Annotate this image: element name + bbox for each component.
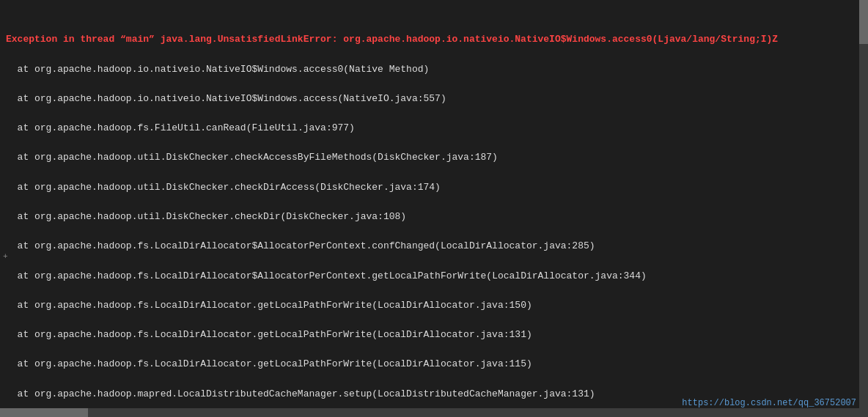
file-link[interactable]: (Native Method) <box>343 64 429 75</box>
scrollbar-thumb-h[interactable] <box>0 408 88 417</box>
at-keyword: at <box>6 93 34 104</box>
stack-line: at org.apache.hadoop.fs.LocalDirAllocato… <box>6 269 862 284</box>
at-keyword: at <box>6 388 34 399</box>
file-link[interactable]: (LocalDirAllocator.java:131) <box>372 329 532 340</box>
at-keyword: at <box>6 64 34 75</box>
stack-line: at org.apache.hadoop.util.DiskChecker.ch… <box>6 180 862 195</box>
stack-line: at org.apache.hadoop.fs.LocalDirAllocato… <box>6 357 862 372</box>
class-path: org.apache.hadoop.io.nativeio.NativeIO$W… <box>34 93 337 104</box>
stack-line: at org.apache.hadoop.fs.FileUtil.canRead… <box>6 121 862 136</box>
file-link[interactable]: (DiskChecker.java:187) <box>372 152 498 163</box>
class-path: org.apache.hadoop.fs.LocalDirAllocator$A… <box>34 240 435 251</box>
file-link[interactable]: (DiskChecker.java:108) <box>280 211 406 222</box>
class-path: org.apache.hadoop.util.DiskChecker.check… <box>34 182 315 193</box>
console-output: Exception in thread “main” java.lang.Uns… <box>0 0 868 417</box>
file-link[interactable]: (LocalDistributedCacheManager.java:131) <box>372 388 595 399</box>
expand-icon[interactable]: + <box>3 252 8 261</box>
file-link[interactable]: (FileUtil.java:977) <box>246 122 355 133</box>
stack-line: at org.apache.hadoop.util.DiskChecker.ch… <box>6 210 862 224</box>
at-keyword: at <box>6 329 34 340</box>
at-keyword: at <box>6 270 34 281</box>
file-link[interactable]: (LocalDirAllocator.java:115) <box>372 358 532 369</box>
class-path: org.apache.hadoop.util.DiskChecker.check… <box>34 211 280 222</box>
bottom-link: https://blog.csdn.net/qq_36752007 <box>682 398 856 408</box>
at-keyword: at <box>6 122 34 133</box>
stack-line: at org.apache.hadoop.fs.LocalDirAllocato… <box>6 298 862 313</box>
at-keyword: at <box>6 300 34 311</box>
class-path: org.apache.hadoop.fs.FileUtil.canRead <box>34 122 246 133</box>
file-link[interactable]: (LocalDirAllocator.java:344) <box>486 270 646 281</box>
class-path: org.apache.hadoop.fs.LocalDirAllocator$A… <box>34 270 486 281</box>
file-link[interactable]: (NativeIO.java:557) <box>337 93 446 104</box>
at-keyword: at <box>6 240 34 251</box>
file-link[interactable]: (LocalDirAllocator.java:285) <box>435 240 595 251</box>
stack-line: at org.apache.hadoop.fs.LocalDirAllocato… <box>6 328 862 342</box>
stack-line: at org.apache.hadoop.util.DiskChecker.ch… <box>6 150 862 165</box>
class-path: org.apache.hadoop.fs.LocalDirAllocator.g… <box>34 300 372 311</box>
stack-line: at org.apache.hadoop.io.nativeio.NativeI… <box>6 92 862 106</box>
horizontal-scrollbar[interactable] <box>0 408 859 417</box>
class-path: org.apache.hadoop.mapred.LocalDistribute… <box>34 388 372 399</box>
scrollbar-thumb-v[interactable] <box>859 0 868 44</box>
vertical-scrollbar[interactable] <box>859 0 868 417</box>
file-link[interactable]: (DiskChecker.java:174) <box>315 182 441 193</box>
at-keyword: at <box>6 358 34 369</box>
class-path: org.apache.hadoop.fs.LocalDirAllocator.g… <box>34 358 372 369</box>
at-keyword: at <box>6 182 34 193</box>
stack-line: at org.apache.hadoop.fs.LocalDirAllocato… <box>6 239 862 254</box>
stack-line: at org.apache.hadoop.io.nativeio.NativeI… <box>6 62 862 77</box>
file-link[interactable]: (LocalDirAllocator.java:150) <box>372 300 532 311</box>
class-path: org.apache.hadoop.util.DiskChecker.check… <box>34 152 372 163</box>
at-keyword: at <box>6 211 34 222</box>
console-container: Exception in thread “main” java.lang.Uns… <box>0 0 868 417</box>
at-keyword: at <box>6 152 34 163</box>
class-path: org.apache.hadoop.io.nativeio.NativeIO$W… <box>34 64 343 75</box>
class-path: org.apache.hadoop.fs.LocalDirAllocator.g… <box>34 329 372 340</box>
exception-line: Exception in thread “main” java.lang.Uns… <box>6 32 862 47</box>
